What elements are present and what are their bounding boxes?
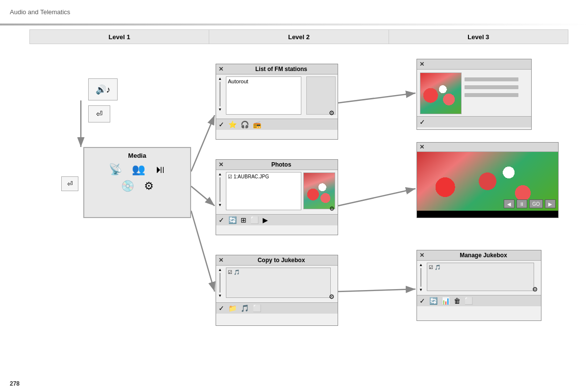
fm-detail-close[interactable]: ✕: [419, 61, 424, 68]
level-3-header: Level 3: [389, 30, 568, 44]
photos-select-icon[interactable]: ⬜: [250, 216, 259, 224]
photo-full-header: ✕: [417, 143, 558, 152]
jukebox-dialog-body: ▲ ▼ ☑ 🎵 ⚙: [216, 266, 338, 302]
fm-scroll: ▲ ▼: [218, 76, 222, 112]
fm-detail-image: [420, 73, 462, 114]
photos-list-item: ☑ 1:AUBRAC.JPG: [228, 174, 269, 179]
level-2-header: Level 2: [209, 30, 389, 44]
photos-settings-icon[interactable]: ⚙: [329, 205, 335, 212]
manage-jukebox-sync-icon[interactable]: 🔄: [429, 297, 438, 305]
media-box: Media 📡 👥 ⏯ 💿 ⚙: [83, 147, 191, 218]
photos-dialog-body: ▲ ▼ ☑ 1:AUBRAC.JPG ⚙: [216, 170, 338, 214]
header-title: Audio and Telematics: [10, 8, 70, 16]
jukebox-music-icon[interactable]: 🎵: [241, 304, 249, 312]
fm-detail-footer: ✓: [417, 116, 531, 127]
settings-play-icon[interactable]: ⚙: [144, 180, 154, 193]
manage-jukebox-confirm-btn[interactable]: ✓: [419, 297, 425, 305]
fm-detail-header: ✕: [417, 59, 531, 70]
fm-list[interactable]: Autorout: [226, 76, 301, 115]
photo-thumbnail: [303, 172, 335, 209]
header-divider: [0, 24, 588, 25]
radio-icon[interactable]: 📡: [109, 163, 122, 176]
manage-jukebox-settings-icon[interactable]: ⚙: [532, 286, 538, 293]
photos-dialog-header: ✕ Photos: [216, 160, 338, 170]
media-title: Media: [128, 152, 147, 159]
jukebox-confirm-btn[interactable]: ✓: [219, 304, 224, 312]
page-number: 278: [10, 380, 20, 387]
media-icons-row-2: 💿 ⚙: [121, 180, 154, 193]
header: Audio and Telematics: [0, 0, 588, 24]
manage-jukebox-close[interactable]: ✕: [419, 252, 424, 259]
photos-grid-icon[interactable]: ⊞: [241, 216, 246, 224]
photo-fullscreen-box: ✕ ◀ ⏸ GO ▶: [416, 142, 559, 218]
fm-broadcast-icon[interactable]: 📻: [253, 121, 261, 128]
fm-stations-dialog: ✕ List of FM stations ▲ ▼ Autorout ⚙ ✓ ⭐…: [216, 64, 338, 140]
fm-detail-line-1: [465, 77, 518, 81]
manage-jukebox-list-item: ☑ 🎵: [429, 265, 441, 270]
fm-dialog-close[interactable]: ✕: [219, 66, 223, 73]
manage-jukebox-header: ✕ Manage Jukebox: [417, 250, 541, 261]
photos-dialog-footer: ✓ 🔄 ⊞ ⬜ ▶: [216, 214, 338, 225]
fm-dialog-body: ▲ ▼ Autorout ⚙: [216, 74, 338, 119]
photos-list[interactable]: ☑ 1:AUBRAC.JPG: [226, 172, 301, 210]
fm-settings-icon[interactable]: ⚙: [329, 109, 335, 117]
manage-jukebox-box: ✕ Manage Jukebox ▲ ▼ ☑ 🎵 ⚙ ✓ 🔄 📊 🗑 ⬜: [416, 250, 541, 321]
photo-pause-btn[interactable]: ⏸: [516, 199, 527, 208]
photo-prev-btn[interactable]: ◀: [504, 199, 514, 208]
disc-icon[interactable]: 💿: [121, 180, 134, 193]
photos-play-icon[interactable]: ▶: [263, 216, 268, 224]
photos-slideshow-icon[interactable]: 🔄: [228, 216, 237, 224]
photo-go-btn[interactable]: GO: [529, 199, 543, 208]
photos-confirm-btn[interactable]: ✓: [219, 216, 224, 224]
photos-scroll: ▲ ▼: [218, 172, 222, 207]
svg-line-5: [338, 93, 416, 103]
jukebox-folder-icon[interactable]: 📁: [228, 304, 237, 312]
svg-line-3: [191, 186, 215, 206]
svg-line-4: [191, 211, 215, 292]
manage-jukebox-delete-icon[interactable]: 🗑: [454, 297, 461, 305]
jukebox-list[interactable]: ☑ 🎵: [226, 268, 331, 298]
back-left-icon[interactable]: ⏎: [61, 176, 78, 191]
svg-line-7: [338, 289, 416, 292]
manage-jukebox-bar-icon[interactable]: 📊: [441, 297, 450, 305]
jukebox-scroll: ▲ ▼: [218, 268, 222, 298]
jukebox-settings-icon[interactable]: ⚙: [329, 293, 335, 300]
manage-jukebox-title: Manage Jukebox: [428, 252, 539, 259]
photo-full-image: ◀ ⏸ GO ▶: [417, 152, 558, 211]
fm-dialog-footer: ✓ ⭐ 🎧 📻: [216, 119, 338, 130]
back-icon[interactable]: ⏎: [88, 105, 110, 122]
manage-jukebox-list[interactable]: ☑ 🎵: [427, 263, 534, 291]
fm-dialog-header: ✕ List of FM stations: [216, 64, 338, 74]
contacts-icon[interactable]: 👥: [132, 163, 145, 176]
photo-full-close[interactable]: ✕: [419, 144, 424, 150]
audio-icon[interactable]: 🔊♪: [88, 78, 118, 100]
manage-jukebox-footer: ✓ 🔄 📊 🗑 ⬜: [417, 295, 541, 306]
jukebox-select-icon[interactable]: ⬜: [253, 304, 261, 312]
jukebox-dialog-title: Copy to Jukebox: [227, 257, 335, 264]
play-icon[interactable]: ⏯: [155, 163, 166, 176]
jukebox-dialog-footer: ✓ 📁 🎵 ⬜: [216, 302, 338, 314]
fm-detail-line-3: [465, 93, 518, 97]
jukebox-dialog: ✕ Copy to Jukebox ▲ ▼ ☑ 🎵 ⚙ ✓ 📁 🎵 ⬜: [216, 255, 338, 326]
level-1-header: Level 1: [30, 30, 209, 44]
fm-fav-icon[interactable]: ⭐: [228, 121, 237, 128]
photo-next-btn[interactable]: ▶: [545, 199, 556, 208]
fm-confirm-btn[interactable]: ✓: [219, 121, 224, 128]
fm-detail-confirm-btn[interactable]: ✓: [419, 118, 425, 126]
manage-jukebox-body: ▲ ▼ ☑ 🎵 ⚙: [417, 261, 541, 295]
fm-detail-line-2: [465, 85, 518, 89]
levels-header: Level 1 Level 2 Level 3: [29, 29, 568, 44]
fm-headphone-icon[interactable]: 🎧: [241, 121, 249, 128]
jukebox-dialog-close[interactable]: ✕: [219, 257, 223, 264]
photos-dialog: ✕ Photos ▲ ▼ ☑ 1:AUBRAC.JPG ⚙ ✓ 🔄 ⊞ ⬜ ▶: [216, 159, 338, 235]
media-icons-row-1: 📡 👥 ⏯: [109, 163, 166, 176]
manage-jukebox-select-icon[interactable]: ⬜: [465, 297, 473, 305]
jukebox-list-item: ☑ 🎵: [228, 270, 240, 275]
manage-jukebox-scroll: ▲ ▼: [418, 263, 423, 292]
photo-controls: ◀ ⏸ GO ▶: [504, 199, 556, 208]
fm-dialog-title: List of FM stations: [227, 66, 335, 73]
fm-detail-lines: [463, 75, 520, 99]
photos-dialog-title: Photos: [227, 161, 335, 168]
photos-dialog-close[interactable]: ✕: [219, 161, 223, 168]
jukebox-dialog-header: ✕ Copy to Jukebox: [216, 255, 338, 266]
